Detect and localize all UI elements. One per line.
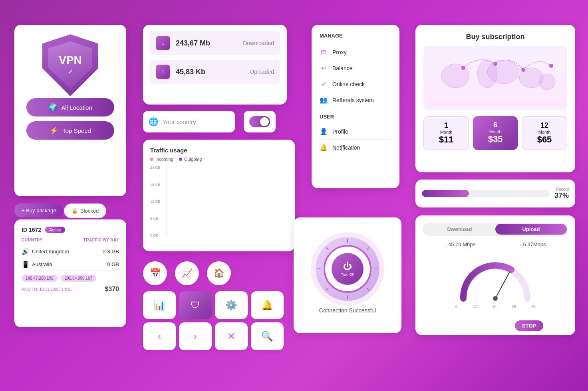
online-check-item[interactable]: ✓ Online check (320, 76, 391, 92)
paid-label: PAID TO: 10.11.2020, 14:15 (22, 287, 72, 292)
chart-nav-button[interactable]: 📈 (175, 261, 199, 285)
balance-icon: ↩ (320, 64, 328, 72)
country-col-label: COUNTRY (22, 238, 43, 242)
globe-icon: 🌐 (149, 117, 159, 126)
balance-item[interactable]: ↩ Balance (320, 60, 391, 76)
forward-action-button[interactable]: › (179, 322, 212, 350)
check-circle-icon: ✓ (320, 80, 328, 88)
user-id: ID 1672 (22, 227, 41, 233)
manage-card: MANAGE ▤ Proxy ↩ Balance ✓ Online check … (312, 25, 399, 188)
svg-line-15 (326, 288, 328, 290)
bell-icon: 🔔 (261, 300, 273, 311)
profile-item[interactable]: 👤 Profile (320, 124, 391, 140)
subscription-card: Buy subscription 1 Month $11 6 Month $35 (415, 25, 575, 172)
svg-line-16 (367, 288, 369, 290)
chart-bars (166, 166, 288, 237)
settings-action-button[interactable]: ⚙️ (215, 291, 248, 319)
search-action-button[interactable]: 🔍 (251, 322, 284, 350)
au-row: 📱 Australia 0 GB (22, 258, 119, 271)
pricing-row: 1 Month $11 6 Month $35 12 Month $65 (423, 116, 567, 150)
toggle-knob (260, 117, 269, 126)
toggle-switch[interactable] (249, 116, 270, 127)
progress-card: Record 37% (415, 180, 575, 207)
stop-button[interactable]: STOP (515, 320, 543, 331)
uk-row: 🔊 United Kingdom 2.3 GB (22, 245, 119, 258)
toggle-card[interactable] (244, 111, 276, 132)
progress-value: 37% (554, 192, 569, 200)
outgoing-legend: Outgoing (179, 157, 202, 162)
uk-flag-icon: 🔊 (22, 248, 30, 255)
referrals-icon: 👥 (320, 96, 328, 104)
speed-values: ↓ 45.70 Mbps ↑ 6.37Mbps (423, 241, 568, 248)
calendar-nav-button[interactable]: 📅 (143, 261, 167, 285)
progress-label: Record (554, 187, 569, 192)
outgoing-dot (179, 158, 182, 161)
traffic-chart-card: Traffic usage Incoming Outgoing 24 GB18 … (143, 140, 295, 251)
referrals-item[interactable]: 👥 Refferals system (320, 92, 391, 108)
svg-line-13 (326, 247, 328, 250)
bars-icon: 📊 (153, 300, 165, 311)
upload-tab[interactable]: Upload (495, 224, 567, 235)
nav-icons-row: 📅 📈 🏠 (143, 261, 231, 285)
connection-card: ⏻ Turn Off Connection Successful (294, 217, 401, 333)
search-icon: 🔍 (261, 331, 273, 342)
home-icon: 🏠 (214, 268, 224, 278)
upload-speed: ↑ 6.37Mbps (520, 241, 546, 248)
chevron-right-icon: › (194, 331, 197, 342)
status-badge: Active (45, 227, 65, 233)
speed-icon: ⚡ (50, 126, 58, 135)
top-speed-button[interactable]: ⚡ Top Speed (26, 121, 114, 140)
svg-point-2 (487, 60, 519, 84)
all-location-button[interactable]: 🌍 All Location (26, 98, 114, 117)
proxy-item[interactable]: ▤ Proxy (320, 44, 391, 60)
power-ring: ⏻ Turn Off (316, 237, 379, 301)
chart-icon: 📈 (182, 268, 193, 278)
paid-amount: $370 (105, 286, 119, 293)
bell-action-button[interactable]: 🔔 (251, 291, 284, 319)
shield-icon: 🛡 (191, 300, 200, 311)
world-map (423, 46, 567, 110)
back-action-button[interactable]: ‹ (143, 322, 176, 350)
ip1-badge: 145.47.280.199 (22, 275, 58, 282)
ip2-badge: 290.54.099.167 (61, 275, 97, 282)
svg-line-14 (367, 247, 369, 250)
chart-area: 24 GB18 GB12 GB6 GB0 GB (150, 166, 288, 237)
uploaded-label: Uploaded (250, 69, 274, 75)
vpn-card: VPN ✓ 🌍 All Location ⚡ Top Speed (14, 25, 126, 196)
notification-item[interactable]: 🔔 Notification (320, 140, 391, 155)
lock-icon: 🔒 (72, 208, 78, 214)
download-tab[interactable]: Download (424, 224, 495, 235)
speed-tabs: Download Upload (423, 223, 568, 236)
progress-fill (422, 190, 469, 197)
blocked-button[interactable]: 🔒 Blocked (64, 203, 106, 218)
upload-icon: ↑ (156, 65, 170, 79)
home-nav-button[interactable]: 🏠 (207, 261, 231, 285)
svg-line-17 (495, 273, 509, 298)
plan-12month[interactable]: 12 Month $65 (522, 116, 567, 150)
downloaded-size: 243,67 Mb (176, 39, 237, 47)
country-search-card[interactable]: 🌐 Your country (143, 111, 235, 132)
chart-y-labels: 24 GB18 GB12 GB6 GB0 GB (150, 166, 165, 237)
plan-6month[interactable]: 6 Month $35 (473, 116, 518, 150)
vpn-check-icon: ✓ (68, 67, 74, 76)
subscription-title: Buy subscription (423, 33, 567, 41)
manage-section-title: MANAGE (320, 33, 391, 39)
connection-status: Connection Successful (319, 307, 376, 314)
close-icon: ✕ (227, 331, 235, 342)
au-flag-icon: 📱 (22, 261, 30, 268)
download-speed: ↓ 45.70 Mbps (445, 241, 475, 248)
vpn-logo-text: VPN (59, 55, 82, 66)
svg-point-18 (493, 296, 498, 301)
close-action-button[interactable]: ✕ (215, 322, 248, 350)
country-placeholder: Your country (163, 118, 229, 125)
shield-action-button[interactable]: 🛡 (179, 291, 212, 319)
plan-1month[interactable]: 1 Month $11 (423, 116, 469, 150)
uploaded-row: ↑ 45,83 Kb Uploaded (149, 60, 280, 84)
uploaded-size: 45,83 Kb (176, 68, 244, 76)
speed-card: Download Upload ↓ 45.70 Mbps ↑ 6.37Mbps (415, 215, 575, 335)
action-buttons-row: 📊 🛡 ⚙️ 🔔 ‹ › ✕ 🔍 (143, 291, 295, 350)
svg-point-4 (539, 74, 555, 90)
bars-action-button[interactable]: 📊 (143, 291, 176, 319)
buy-package-button[interactable]: + Buy package (14, 203, 63, 217)
gauge-labels: 010203040 (455, 304, 535, 308)
